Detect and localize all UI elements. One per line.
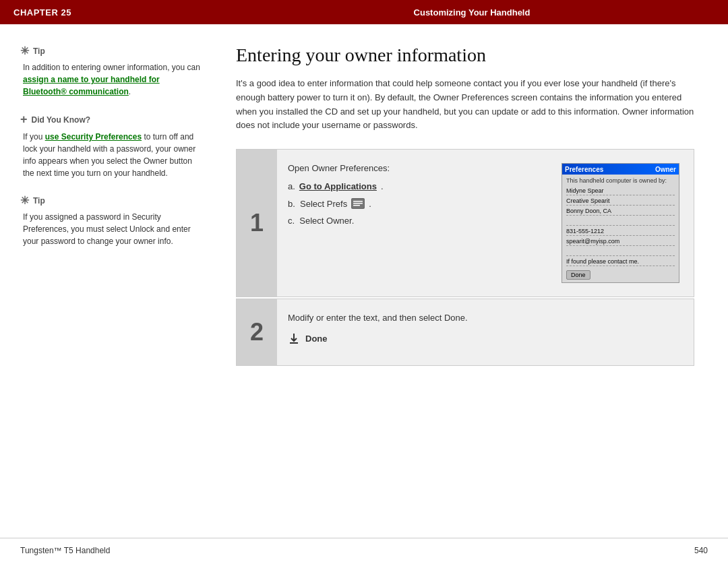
step-2-number-col: 2 [237, 299, 277, 365]
prefs-field-3 [566, 217, 675, 226]
step-1-sub-c-label: c. Select Owner. [288, 216, 354, 226]
sidebar-did-you-know: + Did You Know? If you use Security Pref… [20, 113, 202, 179]
prefs-field-7: If found please contact me. [566, 257, 675, 266]
star-icon-2: ✳ [20, 194, 29, 207]
intro-text: It's a good idea to enter information th… [236, 77, 694, 133]
tip-1-header: ✳ Tip [20, 44, 202, 57]
sidebar-tip-2: ✳ Tip If you assigned a password in Secu… [20, 194, 202, 247]
tip-1-label: Tip [33, 46, 45, 56]
step-1-box: 1 Open Owner Preferences: a. Go to Appli… [236, 149, 694, 297]
step-2-content: Modify or enter the text, and then selec… [277, 299, 694, 365]
step-1-sub-a-label: a. [288, 181, 295, 191]
step-1-number-col: 1 [237, 150, 277, 296]
page-title: Entering your owner information [236, 44, 694, 66]
svg-rect-3 [353, 205, 360, 206]
prefs-icon [351, 198, 365, 209]
done-item: Done [288, 332, 683, 344]
prefs-field-1: Creative Spearit [566, 197, 675, 206]
step-1-title: Open Owner Preferences: [288, 163, 548, 173]
done-download-icon [288, 332, 300, 344]
step-1-sub-c: c. Select Owner. [288, 216, 548, 226]
prefs-titlebar: Preferences Owner [562, 164, 679, 175]
plus-icon: + [20, 113, 28, 127]
page-header: CHAPTER 25 Customizing Your Handheld [0, 0, 728, 24]
go-to-applications-link[interactable]: Go to Applications [299, 181, 377, 191]
step-2-number: 2 [250, 318, 264, 346]
prefs-owner-tab: Owner [655, 166, 676, 173]
prefs-field-4: 831-555-1212 [566, 227, 675, 236]
prefs-screenshot: Preferences Owner This handheld computer… [562, 163, 683, 283]
content-area: Entering your owner information It's a g… [216, 24, 728, 538]
star-icon-1: ✳ [20, 44, 29, 57]
step-1-instructions: Open Owner Preferences: a. Go to Applica… [288, 163, 548, 283]
steps-container: 1 Open Owner Preferences: a. Go to Appli… [236, 149, 694, 366]
bluetooth-link[interactable]: assign a name to your handheld for Bluet… [23, 75, 160, 96]
tip-2-header: ✳ Tip [20, 194, 202, 207]
main-layout: ✳ Tip In addition to entering owner info… [0, 24, 728, 538]
page-footer: Tungsten™ T5 Handheld 540 [0, 538, 728, 562]
prefs-done-button[interactable]: Done [566, 270, 590, 280]
footer-page-number: 540 [694, 546, 708, 555]
chapter-title: Customizing Your Handheld [216, 0, 728, 24]
prefs-field-6 [566, 247, 675, 256]
step-1-number: 1 [250, 209, 264, 237]
svg-rect-2 [353, 203, 363, 204]
did-you-know-label: Did You Know? [32, 115, 91, 125]
tip-2-label: Tip [33, 196, 45, 206]
sidebar: ✳ Tip In addition to entering owner info… [0, 24, 216, 538]
footer-product: Tungsten™ T5 Handheld [20, 546, 110, 555]
did-you-know-text: If you use Security Preferences to turn … [20, 131, 202, 179]
step-2-text: Modify or enter the text, and then selec… [288, 313, 683, 323]
prefs-body: This handheld computer is owned by: Midy… [562, 175, 679, 282]
tip-2-text: If you assigned a password in Security P… [20, 211, 202, 247]
sidebar-tip-1: ✳ Tip In addition to entering owner info… [20, 44, 202, 98]
tip-1-text: In addition to entering owner informatio… [20, 61, 202, 98]
svg-rect-1 [353, 201, 363, 202]
prefs-field-5: spearit@myisp.com [566, 237, 675, 246]
prefs-label: Preferences [565, 166, 603, 173]
security-prefs-link[interactable]: use Security Preferences [45, 132, 142, 142]
chapter-label: CHAPTER 25 [0, 0, 216, 24]
did-you-know-header: + Did You Know? [20, 113, 202, 127]
step-1-content: Open Owner Preferences: a. Go to Applica… [277, 150, 694, 296]
step-1-sub-b: b. Select Prefs . [288, 198, 548, 209]
done-label: Done [305, 334, 328, 344]
prefs-desc: This handheld computer is owned by: [566, 177, 675, 184]
prefs-field-0: Midyne Spear [566, 187, 675, 195]
prefs-field-2: Bonny Doon, CA [566, 207, 675, 216]
step-1-sub-b-label: b. Select Prefs [288, 199, 347, 209]
step-1-sub-a: a. Go to Applications. [288, 181, 548, 191]
step-2-box: 2 Modify or enter the text, and then sel… [236, 299, 694, 366]
